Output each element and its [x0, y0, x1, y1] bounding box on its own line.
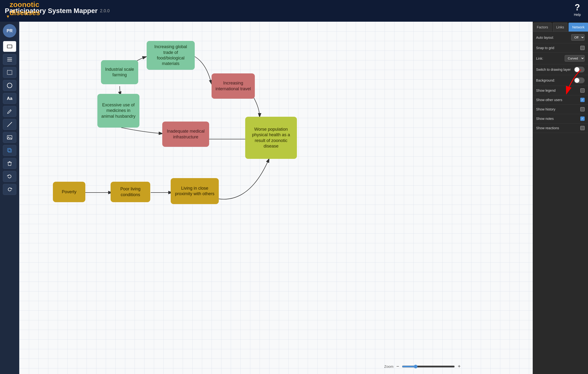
text-icon: Aa — [7, 96, 12, 101]
show-notes-row: Show notes — [533, 114, 588, 123]
node-worse-health[interactable]: Worse population physical health as a re… — [245, 117, 297, 159]
show-other-users-row: Show other users — [533, 95, 588, 105]
svg-rect-0 — [7, 45, 12, 48]
snap-to-grid-label: Snap to grid — [536, 46, 554, 50]
background-toggle-knob — [575, 78, 579, 83]
node-poverty[interactable]: Poverty — [53, 182, 85, 202]
app-version: 2.0.0 — [100, 8, 110, 13]
copy-icon — [7, 147, 13, 154]
show-notes-checkbox[interactable] — [580, 117, 585, 121]
project-title[interactable]: Health impacts from zoonotic diseases — [10, 0, 40, 17]
node-industrial-farming[interactable]: Industrial scale farming — [101, 60, 138, 84]
show-other-users-label: Show other users — [536, 98, 562, 102]
toggle-knob — [575, 67, 579, 72]
auto-layout-select[interactable]: Off On — [571, 34, 585, 41]
switch-drawing-toggle[interactable] — [574, 67, 585, 72]
trash-icon — [7, 160, 13, 166]
background-toggle[interactable] — [574, 77, 585, 83]
help-button[interactable]: ? Help — [574, 2, 581, 17]
zoom-label: Zoom — [384, 364, 393, 368]
redo-tool-button[interactable] — [3, 184, 16, 195]
menu-icon — [7, 56, 13, 63]
link-row: Link: Curved Straight — [533, 53, 588, 64]
marker-tool-button[interactable] — [3, 106, 16, 117]
main-area: PR Aa — [0, 22, 588, 374]
zoom-slider[interactable] — [402, 365, 455, 368]
tab-factors[interactable]: Factors — [533, 23, 552, 32]
project-dropdown-icon[interactable]: ▾ — [7, 13, 9, 19]
arrows-layer — [19, 22, 533, 374]
help-icon: ? — [574, 2, 581, 12]
show-reactions-row: Show reactions — [533, 123, 588, 133]
zoom-plus[interactable]: + — [458, 364, 461, 369]
undo-icon — [7, 173, 13, 179]
undo-tool-button[interactable] — [3, 171, 16, 182]
show-history-label: Show history — [536, 107, 555, 111]
left-toolbar: PR Aa — [0, 22, 19, 374]
image-tool-button[interactable] — [3, 132, 16, 143]
show-notes-label: Show notes — [536, 117, 554, 121]
show-legend-label: Show legend — [536, 88, 556, 92]
show-legend-row: Show legend — [533, 86, 588, 95]
svg-rect-4 — [7, 70, 12, 74]
link-select[interactable]: Curved Straight — [565, 55, 585, 62]
node-international-travel[interactable]: Increasing international travel — [211, 73, 255, 99]
node-inadequate-medical[interactable]: Inadequate medical infrastructure — [162, 121, 209, 147]
text-tool-button[interactable]: Aa — [3, 93, 16, 104]
node-global-trade[interactable]: Increasing global trade of food/biologic… — [147, 41, 195, 70]
switch-drawing-label: Switch to drawing layer — [536, 68, 571, 71]
node-poor-living[interactable]: Poor living conditions — [111, 182, 150, 202]
app-header: Participatory System Mapper 2.0.0 Health… — [0, 0, 588, 22]
node-close-proximity[interactable]: Living in close proximity with others — [171, 178, 219, 204]
redo-icon — [7, 186, 13, 193]
marker-icon — [7, 108, 13, 115]
auto-layout-row: Auto layout: Off On — [533, 32, 588, 43]
background-label: Background: — [536, 78, 555, 82]
panel-tabs: Factors Links Network Analysis — [533, 22, 588, 32]
svg-point-8 — [8, 136, 9, 137]
zoom-bar: Zoom − + — [384, 364, 461, 369]
show-history-checkbox[interactable] — [580, 107, 585, 111]
rectangle-tool-button[interactable] — [3, 41, 16, 52]
tab-links[interactable]: Links — [553, 23, 568, 32]
select-icon — [7, 69, 13, 76]
show-reactions-label: Show reactions — [536, 126, 559, 130]
image-icon — [7, 134, 13, 141]
background-row: Background: — [533, 75, 588, 86]
line-tool-button[interactable] — [3, 119, 16, 130]
line-icon — [7, 121, 13, 128]
menu-tool-button[interactable] — [3, 54, 16, 65]
circle-tool-button[interactable] — [3, 80, 16, 91]
show-history-row: Show history — [533, 105, 588, 114]
show-legend-checkbox[interactable] — [580, 88, 585, 93]
show-other-users-checkbox[interactable] — [580, 98, 585, 102]
right-panel: Factors Links Network Analysis Auto layo… — [533, 22, 588, 374]
show-reactions-checkbox[interactable] — [580, 126, 585, 130]
select-tool-button[interactable] — [3, 67, 16, 78]
auto-layout-label: Auto layout: — [536, 36, 554, 39]
copy-tool-button[interactable] — [3, 145, 16, 156]
rectangle-icon — [7, 43, 13, 50]
avatar[interactable]: PR — [3, 24, 16, 38]
svg-rect-9 — [8, 149, 11, 152]
svg-rect-10 — [8, 148, 10, 151]
delete-tool-button[interactable] — [3, 158, 16, 169]
link-label: Link: — [536, 56, 543, 60]
snap-to-grid-row: Snap to grid — [533, 43, 588, 53]
zoom-minus[interactable]: − — [396, 364, 399, 369]
node-excessive-medicines[interactable]: Excessive use of medicines in animal hus… — [97, 94, 139, 128]
svg-line-6 — [7, 122, 12, 127]
circle-icon — [7, 82, 13, 88]
switch-drawing-row: Switch to drawing layer — [533, 64, 588, 75]
canvas[interactable]: Increasing global trade of food/biologic… — [19, 22, 533, 374]
tab-network[interactable]: Network — [568, 23, 588, 32]
svg-point-5 — [7, 83, 12, 88]
snap-to-grid-checkbox[interactable] — [580, 46, 585, 50]
